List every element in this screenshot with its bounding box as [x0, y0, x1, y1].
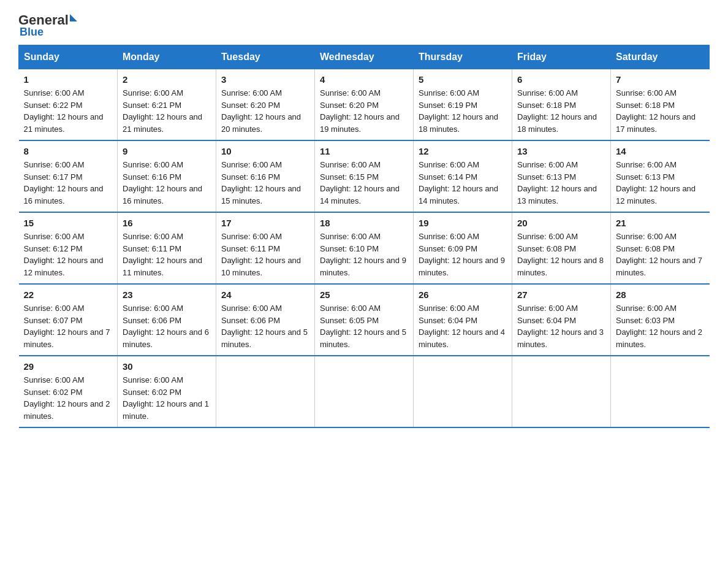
- calendar-header-row: Sunday Monday Tuesday Wednesday Thursday…: [19, 45, 710, 69]
- day-info: Sunrise: 6:00 AM Sunset: 6:17 PM Dayligh…: [24, 159, 113, 207]
- day-number: 5: [419, 74, 507, 85]
- day-number: 25: [320, 289, 408, 300]
- header-saturday: Saturday: [611, 45, 710, 69]
- calendar-week-row: 15 Sunrise: 6:00 AM Sunset: 6:12 PM Dayl…: [19, 212, 710, 284]
- calendar-cell: [315, 356, 414, 427]
- day-number: 17: [221, 218, 309, 228]
- calendar-cell: 3 Sunrise: 6:00 AM Sunset: 6:20 PM Dayli…: [216, 69, 315, 141]
- header-monday: Monday: [118, 45, 216, 69]
- logo-triangle-icon: [70, 14, 77, 21]
- calendar-cell: [512, 356, 611, 427]
- calendar-cell: [611, 356, 710, 427]
- day-number: 21: [616, 218, 705, 228]
- calendar-cell: 19 Sunrise: 6:00 AM Sunset: 6:09 PM Dayl…: [414, 212, 512, 284]
- day-number: 28: [616, 289, 705, 300]
- calendar-cell: 23 Sunrise: 6:00 AM Sunset: 6:06 PM Dayl…: [118, 284, 216, 356]
- day-info: Sunrise: 6:00 AM Sunset: 6:16 PM Dayligh…: [123, 159, 211, 207]
- calendar-cell: 6 Sunrise: 6:00 AM Sunset: 6:18 PM Dayli…: [512, 69, 611, 141]
- header-sunday: Sunday: [19, 45, 118, 69]
- day-number: 6: [517, 74, 605, 85]
- calendar-cell: 11 Sunrise: 6:00 AM Sunset: 6:15 PM Dayl…: [315, 140, 414, 212]
- day-number: 8: [24, 146, 113, 156]
- day-number: 16: [123, 218, 211, 228]
- day-number: 7: [616, 74, 705, 85]
- day-info: Sunrise: 6:00 AM Sunset: 6:13 PM Dayligh…: [616, 159, 705, 207]
- calendar-cell: 26 Sunrise: 6:00 AM Sunset: 6:04 PM Dayl…: [414, 284, 512, 356]
- day-info: Sunrise: 6:00 AM Sunset: 6:11 PM Dayligh…: [123, 231, 211, 278]
- calendar-cell: [414, 356, 512, 427]
- day-info: Sunrise: 6:00 AM Sunset: 6:10 PM Dayligh…: [320, 231, 408, 278]
- calendar-cell: 14 Sunrise: 6:00 AM Sunset: 6:13 PM Dayl…: [611, 140, 710, 212]
- day-number: 9: [123, 146, 211, 156]
- calendar-cell: 28 Sunrise: 6:00 AM Sunset: 6:03 PM Dayl…: [611, 284, 710, 356]
- calendar-cell: 10 Sunrise: 6:00 AM Sunset: 6:16 PM Dayl…: [216, 140, 315, 212]
- calendar-week-row: 8 Sunrise: 6:00 AM Sunset: 6:17 PM Dayli…: [19, 140, 710, 212]
- calendar-cell: 13 Sunrise: 6:00 AM Sunset: 6:13 PM Dayl…: [512, 140, 611, 212]
- day-number: 18: [320, 218, 408, 228]
- calendar-cell: 5 Sunrise: 6:00 AM Sunset: 6:19 PM Dayli…: [414, 69, 512, 141]
- day-info: Sunrise: 6:00 AM Sunset: 6:21 PM Dayligh…: [123, 87, 211, 135]
- day-info: Sunrise: 6:00 AM Sunset: 6:09 PM Dayligh…: [419, 231, 507, 278]
- day-info: Sunrise: 6:00 AM Sunset: 6:22 PM Dayligh…: [24, 87, 113, 135]
- day-number: 13: [517, 146, 605, 156]
- day-info: Sunrise: 6:00 AM Sunset: 6:05 PM Dayligh…: [320, 302, 408, 350]
- day-info: Sunrise: 6:00 AM Sunset: 6:02 PM Dayligh…: [24, 374, 113, 422]
- day-number: 15: [24, 218, 113, 228]
- day-info: Sunrise: 6:00 AM Sunset: 6:12 PM Dayligh…: [24, 231, 113, 278]
- day-info: Sunrise: 6:00 AM Sunset: 6:06 PM Dayligh…: [123, 302, 211, 350]
- day-number: 26: [419, 289, 507, 300]
- calendar-table: Sunday Monday Tuesday Wednesday Thursday…: [18, 45, 710, 428]
- calendar-cell: 18 Sunrise: 6:00 AM Sunset: 6:10 PM Dayl…: [315, 212, 414, 284]
- day-number: 4: [320, 74, 408, 85]
- day-info: Sunrise: 6:00 AM Sunset: 6:13 PM Dayligh…: [517, 159, 605, 207]
- calendar-cell: [216, 356, 315, 427]
- day-info: Sunrise: 6:00 AM Sunset: 6:08 PM Dayligh…: [616, 231, 705, 278]
- calendar-cell: 9 Sunrise: 6:00 AM Sunset: 6:16 PM Dayli…: [118, 140, 216, 212]
- day-number: 20: [517, 218, 605, 228]
- day-info: Sunrise: 6:00 AM Sunset: 6:18 PM Dayligh…: [517, 87, 605, 135]
- day-info: Sunrise: 6:00 AM Sunset: 6:20 PM Dayligh…: [320, 87, 408, 135]
- day-info: Sunrise: 6:00 AM Sunset: 6:19 PM Dayligh…: [419, 87, 507, 135]
- calendar-cell: 8 Sunrise: 6:00 AM Sunset: 6:17 PM Dayli…: [19, 140, 118, 212]
- day-number: 10: [221, 146, 309, 156]
- calendar-cell: 20 Sunrise: 6:00 AM Sunset: 6:08 PM Dayl…: [512, 212, 611, 284]
- header-friday: Friday: [512, 45, 611, 69]
- calendar-body: 1 Sunrise: 6:00 AM Sunset: 6:22 PM Dayli…: [19, 69, 710, 428]
- day-number: 23: [123, 289, 211, 300]
- header-tuesday: Tuesday: [216, 45, 315, 69]
- calendar-cell: 27 Sunrise: 6:00 AM Sunset: 6:04 PM Dayl…: [512, 284, 611, 356]
- header-thursday: Thursday: [414, 45, 512, 69]
- day-info: Sunrise: 6:00 AM Sunset: 6:03 PM Dayligh…: [616, 302, 705, 350]
- calendar-cell: 30 Sunrise: 6:00 AM Sunset: 6:02 PM Dayl…: [118, 356, 216, 427]
- day-info: Sunrise: 6:00 AM Sunset: 6:07 PM Dayligh…: [24, 302, 113, 350]
- calendar-cell: 25 Sunrise: 6:00 AM Sunset: 6:05 PM Dayl…: [315, 284, 414, 356]
- day-number: 24: [221, 289, 309, 300]
- page-header: General Blue: [18, 12, 710, 39]
- calendar-cell: 21 Sunrise: 6:00 AM Sunset: 6:08 PM Dayl…: [611, 212, 710, 284]
- calendar-week-row: 22 Sunrise: 6:00 AM Sunset: 6:07 PM Dayl…: [19, 284, 710, 356]
- day-number: 2: [123, 74, 211, 85]
- day-number: 29: [24, 361, 113, 372]
- day-number: 11: [320, 146, 408, 156]
- day-info: Sunrise: 6:00 AM Sunset: 6:15 PM Dayligh…: [320, 159, 408, 207]
- day-number: 27: [517, 289, 605, 300]
- calendar-week-row: 29 Sunrise: 6:00 AM Sunset: 6:02 PM Dayl…: [19, 356, 710, 427]
- day-info: Sunrise: 6:00 AM Sunset: 6:04 PM Dayligh…: [419, 302, 507, 350]
- day-info: Sunrise: 6:00 AM Sunset: 6:04 PM Dayligh…: [517, 302, 605, 350]
- day-number: 14: [616, 146, 705, 156]
- day-number: 1: [24, 74, 113, 85]
- day-info: Sunrise: 6:00 AM Sunset: 6:02 PM Dayligh…: [123, 374, 211, 422]
- calendar-cell: 17 Sunrise: 6:00 AM Sunset: 6:11 PM Dayl…: [216, 212, 315, 284]
- calendar-cell: 1 Sunrise: 6:00 AM Sunset: 6:22 PM Dayli…: [19, 69, 118, 141]
- calendar-cell: 16 Sunrise: 6:00 AM Sunset: 6:11 PM Dayl…: [118, 212, 216, 284]
- day-number: 22: [24, 289, 113, 300]
- day-info: Sunrise: 6:00 AM Sunset: 6:18 PM Dayligh…: [616, 87, 705, 135]
- day-info: Sunrise: 6:00 AM Sunset: 6:08 PM Dayligh…: [517, 231, 605, 278]
- calendar-cell: 15 Sunrise: 6:00 AM Sunset: 6:12 PM Dayl…: [19, 212, 118, 284]
- calendar-cell: 4 Sunrise: 6:00 AM Sunset: 6:20 PM Dayli…: [315, 69, 414, 141]
- logo: General Blue: [18, 12, 77, 39]
- day-info: Sunrise: 6:00 AM Sunset: 6:14 PM Dayligh…: [419, 159, 507, 207]
- calendar-cell: 22 Sunrise: 6:00 AM Sunset: 6:07 PM Dayl…: [19, 284, 118, 356]
- calendar-cell: 7 Sunrise: 6:00 AM Sunset: 6:18 PM Dayli…: [611, 69, 710, 141]
- header-wednesday: Wednesday: [315, 45, 414, 69]
